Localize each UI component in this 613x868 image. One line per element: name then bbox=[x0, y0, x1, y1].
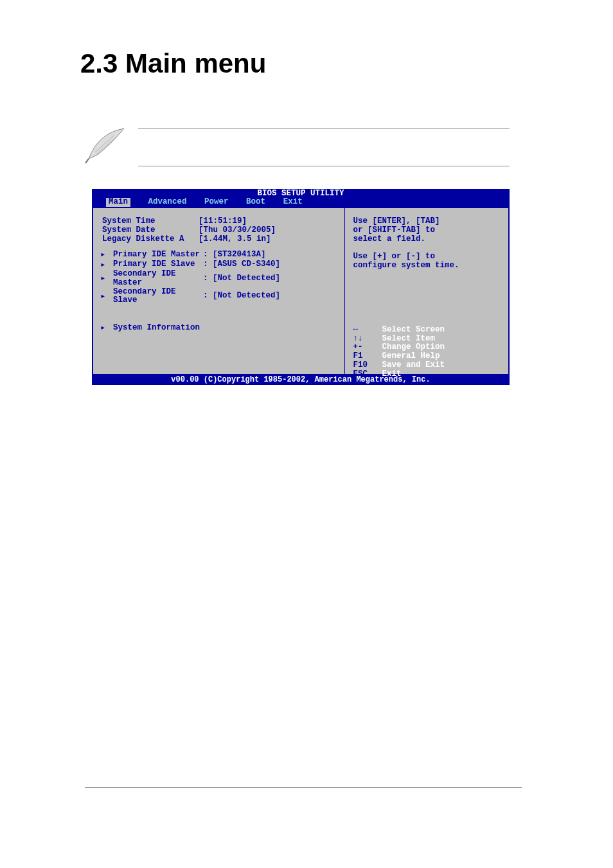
system-time-label: System Time bbox=[102, 217, 199, 226]
help-keys: ↔ Select Screen ↑↓ Select Item +- Change… bbox=[353, 326, 501, 379]
bios-body: System Time [11:51:19] System Date [Thu … bbox=[92, 208, 510, 375]
help-text-line: Use [ENTER], [TAB] bbox=[353, 217, 501, 226]
bios-menu-bar: Main Advanced Power Boot Exit bbox=[92, 198, 510, 208]
submenu-system-information[interactable]: ▸ System Information bbox=[102, 323, 338, 333]
secondary-ide-master-label: Secondary IDE Master bbox=[113, 270, 203, 288]
arrow-icon: ▸ bbox=[100, 274, 108, 283]
arrow-icon: ▸ bbox=[100, 323, 108, 333]
key-esc: ESC bbox=[353, 370, 382, 379]
action-select-screen: Select Screen bbox=[382, 326, 445, 335]
secondary-ide-slave-label: Secondary IDE Slave bbox=[113, 288, 203, 306]
page-title: 2.3 Main menu bbox=[80, 48, 266, 79]
field-legacy-diskette[interactable]: Legacy Diskette A [1.44M, 3.5 in] bbox=[102, 235, 338, 244]
key-f1: F1 bbox=[353, 352, 382, 361]
action-select-item: Select Item bbox=[382, 335, 435, 344]
key-up-down: ↑↓ bbox=[353, 335, 382, 344]
bios-right-panel: Use [ENTER], [TAB] or [SHIFT-TAB] to sel… bbox=[345, 208, 508, 374]
system-time-value[interactable]: [11:51:19] bbox=[199, 217, 247, 226]
system-date-value[interactable]: [Thu 03/30/2005] bbox=[199, 226, 276, 235]
bios-screen: BIOS SETUP UTILITY Main Advanced Power B… bbox=[92, 189, 510, 385]
action-change-option: Change Option bbox=[382, 343, 445, 352]
secondary-ide-master-value: : [Not Detected] bbox=[203, 274, 280, 283]
divider-top bbox=[138, 128, 510, 129]
primary-ide-master-label: Primary IDE Master bbox=[113, 251, 203, 260]
menu-tab-exit[interactable]: Exit bbox=[283, 198, 303, 207]
key-f10: F10 bbox=[353, 361, 382, 370]
help-text-line: select a field. bbox=[353, 235, 501, 244]
primary-ide-slave-label: Primary IDE Slave bbox=[113, 260, 203, 269]
secondary-ide-slave-value: : [Not Detected] bbox=[203, 292, 280, 301]
help-key-row: ↔ Select Screen bbox=[353, 326, 501, 335]
legacy-diskette-value[interactable]: [1.44M, 3.5 in] bbox=[199, 235, 271, 244]
bios-left-panel: System Time [11:51:19] System Date [Thu … bbox=[93, 208, 345, 374]
help-key-row: ↑↓ Select Item bbox=[353, 335, 501, 344]
menu-tab-main[interactable]: Main bbox=[106, 198, 130, 207]
help-key-row: ESC Exit bbox=[353, 370, 501, 379]
svg-line-0 bbox=[85, 159, 89, 163]
help-key-row: F10 Save and Exit bbox=[353, 361, 501, 370]
menu-tab-power[interactable]: Power bbox=[204, 198, 229, 207]
action-general-help: General Help bbox=[382, 352, 440, 361]
key-plus-minus: +- bbox=[353, 343, 382, 352]
help-text-line: or [SHIFT-TAB] to bbox=[353, 226, 501, 235]
submenu-secondary-ide-master[interactable]: ▸ Secondary IDE Master : [Not Detected] bbox=[102, 270, 338, 288]
action-save-exit: Save and Exit bbox=[382, 361, 445, 370]
system-information-label: System Information bbox=[113, 324, 203, 333]
feather-note-icon bbox=[82, 123, 134, 168]
menu-tab-boot[interactable]: Boot bbox=[246, 198, 265, 207]
arrow-icon: ▸ bbox=[100, 260, 108, 270]
submenu-primary-ide-master[interactable]: ▸ Primary IDE Master : [ST320413A] bbox=[102, 250, 338, 260]
divider-bottom bbox=[138, 166, 510, 166]
field-system-date[interactable]: System Date [Thu 03/30/2005] bbox=[102, 226, 338, 235]
help-key-row: F1 General Help bbox=[353, 352, 501, 361]
menu-tab-advanced[interactable]: Advanced bbox=[148, 198, 187, 207]
arrow-icon: ▸ bbox=[100, 250, 108, 260]
field-system-time[interactable]: System Time [11:51:19] bbox=[102, 217, 338, 226]
primary-ide-slave-value: : [ASUS CD-S340] bbox=[203, 260, 280, 269]
help-text-line: configure system time. bbox=[353, 261, 501, 270]
bios-title-bar: BIOS SETUP UTILITY bbox=[92, 189, 510, 198]
submenu-secondary-ide-slave[interactable]: ▸ Secondary IDE Slave : [Not Detected] bbox=[102, 288, 338, 306]
arrow-icon: ▸ bbox=[100, 292, 108, 301]
system-date-label: System Date bbox=[102, 226, 199, 235]
key-left-right: ↔ bbox=[353, 326, 382, 335]
submenu-primary-ide-slave[interactable]: ▸ Primary IDE Slave : [ASUS CD-S340] bbox=[102, 260, 338, 270]
action-exit: Exit bbox=[382, 370, 401, 379]
help-text-line: Use [+] or [-] to bbox=[353, 252, 501, 261]
page-footer-divider bbox=[85, 787, 522, 788]
legacy-diskette-label: Legacy Diskette A bbox=[102, 235, 199, 244]
primary-ide-master-value: : [ST320413A] bbox=[203, 251, 266, 260]
help-key-row: +- Change Option bbox=[353, 343, 501, 352]
